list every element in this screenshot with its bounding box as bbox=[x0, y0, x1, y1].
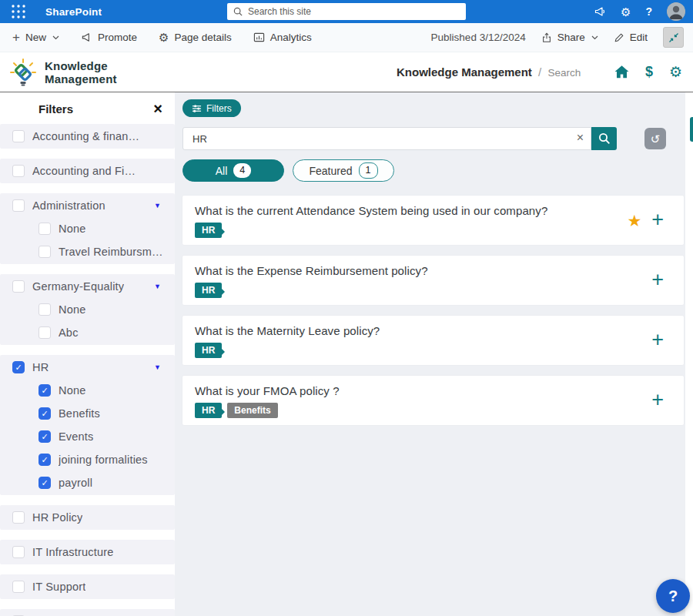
add-icon[interactable]: + bbox=[651, 270, 664, 290]
pencil-icon bbox=[614, 32, 624, 43]
checkbox[interactable] bbox=[12, 546, 25, 558]
checkbox[interactable] bbox=[38, 303, 51, 316]
dollar-icon[interactable]: $ bbox=[645, 64, 653, 80]
filter-item[interactable]: Germany-Equality▼ bbox=[0, 275, 175, 298]
filter-sub-item[interactable]: ✓Events bbox=[0, 425, 175, 448]
filter-group: Accounting & finance bbox=[0, 124, 175, 149]
result-actions: ★+ bbox=[627, 211, 664, 230]
expand-triangle-icon[interactable]: ▼ bbox=[154, 283, 161, 290]
checkbox[interactable] bbox=[12, 511, 25, 524]
suite-search-input[interactable] bbox=[248, 6, 460, 17]
edit-label: Edit bbox=[630, 32, 648, 43]
filter-item[interactable]: HR Policy bbox=[0, 506, 175, 529]
suite-bar: SharePoint ⚙ ? bbox=[0, 0, 693, 23]
filter-sub-item[interactable]: None bbox=[0, 217, 175, 240]
filter-sub-item[interactable]: ✓joining formalities bbox=[0, 448, 175, 471]
clear-search-icon[interactable]: × bbox=[577, 131, 584, 145]
new-button[interactable]: + New bbox=[12, 31, 59, 44]
filter-sub-item[interactable]: ✓payroll bbox=[0, 471, 175, 494]
checkbox[interactable]: ✓ bbox=[38, 477, 51, 489]
filter-sub-item[interactable]: None bbox=[0, 298, 175, 321]
filter-group: Germany-Equality▼NoneAbc bbox=[0, 274, 175, 345]
search-results-area: Filters × ↺ All4Featured1 What is the cu… bbox=[175, 92, 693, 616]
filter-sub-item[interactable]: ✓None bbox=[0, 379, 175, 402]
expand-triangle-icon[interactable]: ▼ bbox=[154, 363, 161, 371]
analytics-button[interactable]: Analytics bbox=[253, 32, 312, 43]
checkbox[interactable] bbox=[12, 280, 25, 293]
filter-item[interactable]: Administration▼ bbox=[0, 194, 175, 217]
share-button[interactable]: Share bbox=[541, 32, 598, 43]
result-card[interactable]: What is the current Attendance System be… bbox=[182, 196, 684, 245]
tab-count-badge: 1 bbox=[359, 162, 378, 179]
checkbox[interactable] bbox=[12, 199, 25, 212]
app-name[interactable]: SharePoint bbox=[45, 6, 102, 18]
scrollbar-track[interactable] bbox=[685, 92, 693, 616]
search-button[interactable] bbox=[591, 127, 617, 150]
result-actions: + bbox=[651, 271, 664, 290]
help-fab-button[interactable]: ? bbox=[656, 579, 690, 613]
filter-group: Administration▼NoneTravel Reimbursment bbox=[0, 193, 175, 264]
user-avatar[interactable] bbox=[667, 2, 685, 21]
checkbox[interactable] bbox=[12, 165, 25, 177]
checkbox[interactable] bbox=[38, 326, 51, 339]
add-icon[interactable]: + bbox=[651, 390, 664, 410]
site-settings-gear-icon[interactable]: ⚙ bbox=[669, 65, 682, 79]
checkbox[interactable] bbox=[12, 130, 25, 142]
reset-button[interactable]: ↺ bbox=[644, 128, 666, 149]
search-icon bbox=[598, 132, 611, 145]
published-status: Published 3/12/2024 bbox=[431, 32, 526, 43]
sliders-icon bbox=[192, 104, 202, 113]
expand-triangle-icon[interactable]: ▼ bbox=[154, 202, 161, 209]
filter-item[interactable]: ✓HR▼ bbox=[0, 356, 175, 379]
checkbox[interactable]: ✓ bbox=[38, 384, 51, 397]
star-icon[interactable]: ★ bbox=[627, 213, 641, 229]
filter-sub-item[interactable]: Abc bbox=[0, 321, 175, 344]
filter-label: Germany-Equality bbox=[32, 280, 124, 293]
add-icon[interactable]: + bbox=[651, 209, 664, 230]
checkbox[interactable]: ✓ bbox=[38, 407, 51, 420]
filter-item[interactable]: Accounting and Finan… bbox=[0, 159, 175, 182]
result-actions: + bbox=[651, 391, 664, 410]
site-logo[interactable]: Knowledge Management bbox=[8, 57, 117, 88]
filter-sub-label: None bbox=[59, 223, 85, 235]
add-icon[interactable]: + bbox=[651, 330, 664, 350]
tab-featured[interactable]: Featured1 bbox=[293, 159, 394, 182]
megaphone-icon[interactable] bbox=[594, 5, 606, 18]
checkbox[interactable] bbox=[38, 223, 51, 235]
filter-item[interactable]: Accounting & finance bbox=[0, 125, 175, 148]
filter-item[interactable]: IT Support bbox=[0, 575, 175, 598]
checkbox[interactable] bbox=[12, 581, 25, 593]
megaphone-icon bbox=[81, 32, 92, 43]
filter-item[interactable]: Marketing▼ bbox=[0, 610, 175, 616]
result-card[interactable]: What is the Expense Reimbursement policy… bbox=[182, 256, 684, 305]
edit-button[interactable]: Edit bbox=[614, 32, 648, 43]
checkbox[interactable] bbox=[38, 246, 51, 258]
suite-search-box[interactable] bbox=[227, 3, 466, 20]
filter-group: HR Policy bbox=[0, 505, 175, 530]
app-launcher-icon[interactable] bbox=[12, 5, 25, 18]
result-tag: HR bbox=[195, 223, 222, 238]
filter-sub-item[interactable]: ✓Benefits bbox=[0, 402, 175, 425]
search-input[interactable] bbox=[182, 127, 591, 150]
home-icon[interactable] bbox=[614, 65, 629, 79]
collapse-arrows-icon bbox=[668, 32, 679, 43]
filter-sub-item[interactable]: Travel Reimbursment bbox=[0, 240, 175, 263]
promote-button[interactable]: Promote bbox=[81, 32, 137, 43]
settings-gear-icon[interactable]: ⚙ bbox=[621, 6, 631, 18]
knowledge-bulb-logo-icon bbox=[8, 57, 38, 88]
result-question: What is your FMOA policy ? bbox=[195, 384, 651, 397]
result-card-body: What is the current Attendance System be… bbox=[195, 203, 627, 238]
filter-item[interactable]: IT Infrastructure bbox=[0, 541, 175, 564]
filters-toggle-button[interactable]: Filters bbox=[182, 99, 241, 117]
result-card[interactable]: What is your FMOA policy ?HRBenefits+ bbox=[182, 376, 684, 425]
checkbox[interactable]: ✓ bbox=[38, 430, 51, 443]
collapse-command-bar-button[interactable] bbox=[663, 27, 684, 48]
page-details-button[interactable]: ⚙ Page details bbox=[159, 32, 232, 43]
result-card[interactable]: What is the Maternity Leave policy?HR+ bbox=[182, 316, 684, 365]
checkbox[interactable]: ✓ bbox=[12, 361, 25, 373]
tab-all[interactable]: All4 bbox=[182, 159, 284, 182]
help-icon[interactable]: ? bbox=[645, 5, 652, 18]
breadcrumb-root[interactable]: Knowledge Management bbox=[397, 65, 532, 79]
checkbox[interactable]: ✓ bbox=[38, 454, 51, 466]
close-icon[interactable]: × bbox=[153, 101, 162, 116]
